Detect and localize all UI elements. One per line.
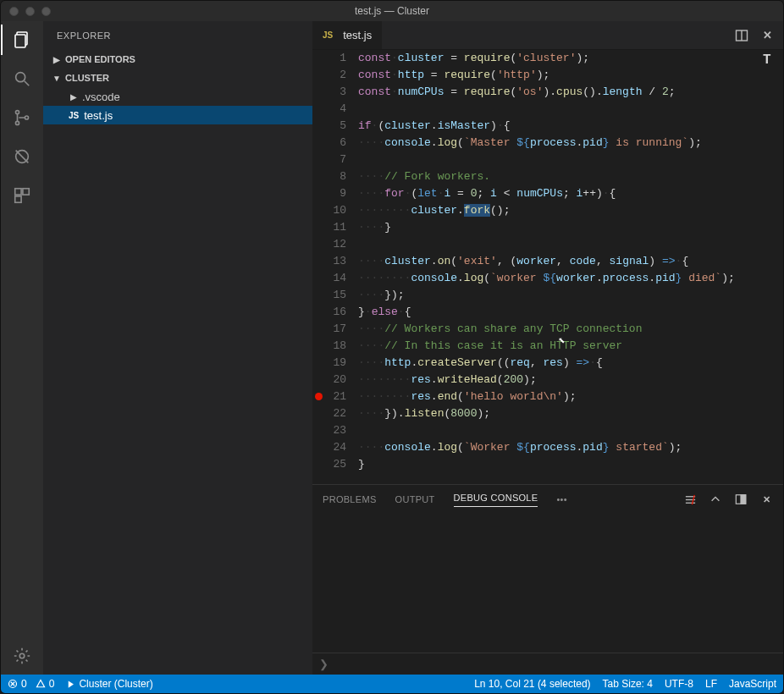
window-zoom-icon[interactable] [41,7,51,16]
svg-point-2 [16,73,25,82]
svg-rect-20 [741,495,746,504]
code-body[interactable]: const·cluster = require('cluster');const… [358,50,771,484]
close-panel-icon[interactable]: ✕ [759,493,773,506]
panel-tab-output[interactable]: OUTPUT [395,494,435,504]
editor-tabs: JS test.js ✕ [312,21,783,50]
breakpoint-gutter[interactable] [312,50,324,484]
search-icon[interactable] [10,67,34,91]
project-label: CLUSTER [65,73,109,83]
status-tab-size[interactable]: Tab Size: 4 [603,678,653,690]
more-actions-icon[interactable]: ✕ [759,28,775,43]
explorer-icon[interactable] [10,28,34,52]
vertical-scrollbar[interactable] [771,50,783,484]
explorer-sidebar: EXPLORER ▶ OPEN EDITORS ▼ CLUSTER ▶ .vsc… [43,21,312,675]
line-number-gutter: 1234567891011121314151617181920212223242… [324,50,358,484]
bottom-panel: PROBLEMS OUTPUT DEBUG CONSOLE ••• [312,484,783,675]
play-icon [66,680,75,689]
status-errors[interactable]: 0 0 [8,678,54,690]
window-titlebar: test.js — Cluster [1,1,783,21]
source-control-icon[interactable] [10,106,34,129]
status-errors-count: 0 [21,678,27,690]
prompt-icon: ❯ [319,658,329,670]
split-editor-icon[interactable] [734,28,749,43]
svg-rect-1 [15,35,25,47]
status-language-label: JavaScript [729,678,776,690]
tab-label: test.js [343,29,372,41]
svg-rect-11 [15,196,21,202]
tree-item-label: .vscode [82,91,120,103]
debug-console-body[interactable] [312,514,783,653]
panel-tabs: PROBLEMS OUTPUT DEBUG CONSOLE ••• [312,485,783,514]
chevron-down-icon: ▼ [52,74,62,83]
status-encoding-label: UTF-8 [665,678,693,690]
project-section[interactable]: ▼ CLUSTER [43,69,312,87]
window-title: test.js — Cluster [1,5,783,17]
chevron-right-icon: ▶ [69,92,79,102]
collapse-panel-icon[interactable] [709,493,722,506]
svg-rect-9 [15,189,21,195]
clear-console-icon[interactable] [683,493,697,506]
js-file-icon: JS [323,30,333,40]
warning-icon [36,679,46,689]
file-test-js[interactable]: JS test.js [43,106,312,124]
sidebar-title: EXPLORER [43,21,312,50]
code-editor[interactable]: 1234567891011121314151617181920212223242… [312,50,783,484]
settings-gear-icon[interactable] [10,644,34,668]
svg-point-5 [15,121,19,124]
status-launch-label: Cluster (Cluster) [79,678,152,690]
window-minimize-icon[interactable] [25,7,35,16]
error-icon [8,679,18,689]
chevron-right-icon: ▶ [52,55,62,64]
panel-tab-problems[interactable]: PROBLEMS [323,494,377,504]
js-file-icon: JS [69,111,79,120]
status-language[interactable]: JavaScript [729,678,776,690]
status-warnings-count: 0 [49,678,55,690]
status-cursor-position[interactable]: Ln 10, Col 21 (4 selected) [474,678,590,690]
svg-point-4 [15,111,19,114]
svg-point-6 [25,116,28,119]
svg-marker-25 [69,680,74,687]
status-tabsize-label: Tab Size: 4 [603,678,653,690]
panel-tab-more[interactable]: ••• [556,494,566,504]
debug-icon[interactable] [10,145,34,168]
extensions-icon[interactable] [10,184,34,207]
svg-rect-10 [23,189,29,195]
activity-bar [1,21,43,675]
svg-line-3 [25,81,30,86]
status-eol[interactable]: LF [705,678,717,690]
status-launch-config[interactable]: Cluster (Cluster) [66,678,152,690]
status-encoding[interactable]: UTF-8 [665,678,693,690]
editor-group: JS test.js ✕ 123456789101112131415161718… [312,21,783,675]
open-editors-label: OPEN EDITORS [65,54,135,64]
panel-tab-debug-console[interactable]: DEBUG CONSOLE [454,493,538,507]
status-eol-label: LF [705,678,717,690]
folder-vscode[interactable]: ▶ .vscode [43,87,312,106]
debug-console-input[interactable]: ❯ [312,653,783,675]
status-bar: 0 0 Cluster (Cluster) Ln 10, Col 21 (4 s… [1,675,783,693]
breakpoint-icon[interactable] [315,393,323,400]
tab-test-js[interactable]: JS test.js [312,21,383,49]
window-close-icon[interactable] [9,7,19,16]
svg-point-12 [19,653,25,658]
toggle-layout-icon[interactable] [734,493,748,506]
status-cursor-label: Ln 10, Col 21 (4 selected) [474,678,590,690]
open-editors-section[interactable]: ▶ OPEN EDITORS [43,50,312,69]
tree-item-label: test.js [84,109,113,122]
svg-marker-24 [36,680,44,687]
